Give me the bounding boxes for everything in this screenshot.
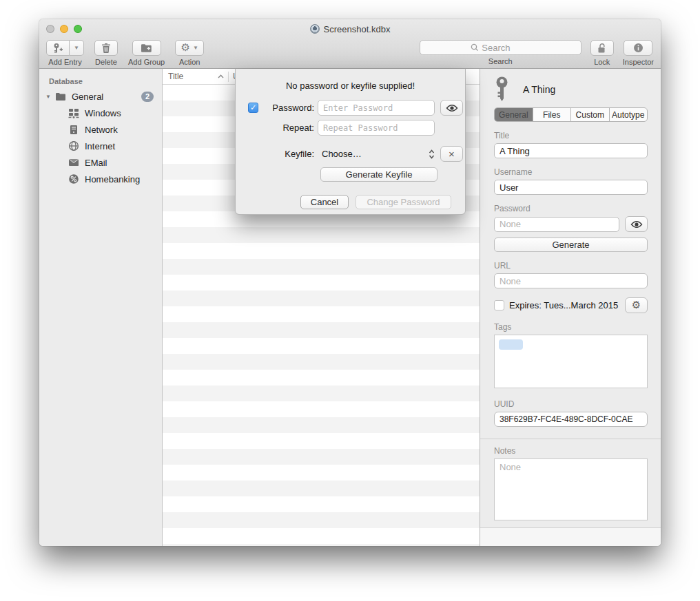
tab-files[interactable]: Files	[533, 108, 572, 121]
sidebar-item-label: Internet	[85, 141, 162, 151]
expires-checkbox[interactable]	[494, 300, 504, 310]
sidebar-item-email[interactable]: EMail	[39, 154, 162, 171]
action-button[interactable]: ⚙ ▼	[175, 40, 204, 56]
sidebar-item-label: EMail	[85, 158, 162, 168]
inspector-label: Inspector	[623, 58, 654, 66]
close-button[interactable]	[46, 25, 54, 33]
title-field-label: Title	[494, 131, 648, 140]
sidebar-item-internet[interactable]: Internet	[39, 138, 162, 154]
network-icon	[68, 124, 79, 136]
url-field[interactable]	[494, 273, 648, 288]
notes-label: Notes	[494, 446, 648, 456]
tab-autotype[interactable]: Autotype	[610, 108, 648, 121]
tab-general[interactable]: General	[495, 108, 533, 121]
action-label: Action	[179, 58, 200, 66]
add-entry-label: Add Entry	[48, 58, 81, 66]
add-group-label: Add Group	[128, 58, 165, 66]
repeat-label: Repeat:	[248, 123, 318, 133]
unlocked-padlock-icon	[597, 43, 607, 54]
enter-password-input[interactable]	[318, 100, 435, 116]
delete-label: Delete	[95, 58, 117, 66]
reveal-password-button[interactable]	[440, 100, 463, 116]
search-icon	[471, 43, 479, 52]
sidebar-item-general[interactable]: ▼ General 2	[39, 88, 162, 105]
keyfile-popup-button[interactable]: Choose…	[318, 149, 435, 159]
window-title: Screenshot.kdbx	[324, 24, 391, 34]
sidebar-item-label: Windows	[85, 108, 162, 118]
column-header-title[interactable]: Title	[163, 72, 218, 81]
repeat-password-input[interactable]	[318, 120, 435, 136]
inspector-button[interactable]	[624, 40, 652, 56]
search-toolbar-item: Search	[420, 40, 581, 65]
info-icon	[633, 43, 644, 53]
windows-icon	[68, 107, 79, 119]
zoom-button[interactable]	[74, 25, 82, 33]
inspector-tabs: General Files Custom Autotype	[494, 107, 648, 122]
traffic-lights	[46, 25, 82, 33]
add-group-button[interactable]	[132, 40, 161, 56]
count-badge: 2	[141, 92, 154, 102]
password-checkbox[interactable]	[248, 103, 258, 113]
entry-title: A Thing	[523, 84, 555, 95]
inspector-panel: A Thing General Files Custom Autotype Ti…	[480, 69, 661, 546]
lock-button[interactable]	[590, 40, 614, 56]
add-entry-button[interactable]	[46, 40, 70, 56]
disclosure-triangle-icon[interactable]: ▼	[43, 94, 53, 100]
uuid-field[interactable]	[494, 412, 648, 427]
change-password-button[interactable]: Change Password	[356, 195, 451, 209]
eye-icon	[446, 104, 458, 112]
generate-password-button[interactable]: Generate	[494, 238, 648, 252]
change-password-sheet: No password or keyfile supplied! Passwor…	[235, 69, 466, 215]
keyfile-selected-value: Choose…	[318, 149, 429, 159]
delete-button[interactable]	[94, 40, 118, 56]
password-field[interactable]	[494, 217, 619, 232]
expires-label: Expires: Tues...March 2015	[509, 300, 625, 310]
password-label: Password:	[258, 103, 318, 113]
titlebar[interactable]: Screenshot.kdbx	[39, 19, 661, 39]
sidebar-item-label: Network	[85, 125, 162, 135]
window-chrome: Screenshot.kdbx ▼ Add	[39, 19, 661, 69]
tag-pill[interactable]	[499, 339, 523, 350]
gear-icon: ⚙	[181, 43, 190, 53]
add-entry-dropdown-button[interactable]: ▼	[70, 40, 84, 56]
title-field[interactable]	[494, 143, 648, 158]
homebanking-percent-icon	[68, 173, 79, 185]
sidebar: Database ▼ General 2 Windows Networ	[39, 69, 163, 546]
chevron-down-icon: ▼	[193, 45, 198, 51]
generate-keyfile-button[interactable]: Generate Keyfile	[320, 167, 438, 182]
tab-custom[interactable]: Custom	[571, 108, 610, 121]
expires-settings-button[interactable]: ⚙	[625, 297, 648, 313]
close-x-icon: ×	[449, 149, 455, 159]
username-field-label: Username	[494, 167, 648, 177]
uuid-label: UUID	[494, 399, 648, 409]
minimize-button[interactable]	[60, 25, 68, 33]
tags-label: Tags	[494, 322, 648, 332]
search-label: Search	[488, 57, 513, 65]
folder-icon	[54, 91, 66, 103]
panel-footer	[480, 527, 661, 546]
sidebar-item-network[interactable]: Network	[39, 121, 162, 138]
search-field[interactable]	[420, 40, 581, 55]
eye-icon	[630, 220, 643, 229]
sidebar-item-windows[interactable]: Windows	[39, 105, 162, 121]
add-entry-toolbar-item: ▼ Add Entry	[46, 40, 84, 66]
url-field-label: URL	[494, 261, 648, 271]
clear-keyfile-button[interactable]: ×	[440, 146, 463, 162]
lock-label: Lock	[594, 58, 610, 66]
tags-field[interactable]	[494, 335, 648, 388]
internet-globe-icon	[68, 140, 79, 152]
username-field[interactable]	[494, 180, 648, 195]
notes-field[interactable]	[494, 458, 648, 520]
search-input[interactable]	[482, 43, 530, 53]
chevron-down-icon: ▼	[74, 45, 79, 51]
app-window: Screenshot.kdbx ▼ Add	[39, 19, 661, 546]
sidebar-item-homebanking[interactable]: Homebanking	[39, 171, 162, 187]
key-icon	[494, 76, 510, 102]
reveal-password-button[interactable]	[625, 216, 648, 232]
cancel-button[interactable]: Cancel	[300, 195, 349, 209]
password-field-label: Password	[494, 204, 648, 213]
gear-icon: ⚙	[632, 300, 641, 310]
toolbar: ▼ Add Entry Delete	[39, 39, 661, 69]
keyfile-label: Keyfile:	[248, 149, 318, 159]
action-toolbar-item: ⚙ ▼ Action	[175, 40, 204, 66]
